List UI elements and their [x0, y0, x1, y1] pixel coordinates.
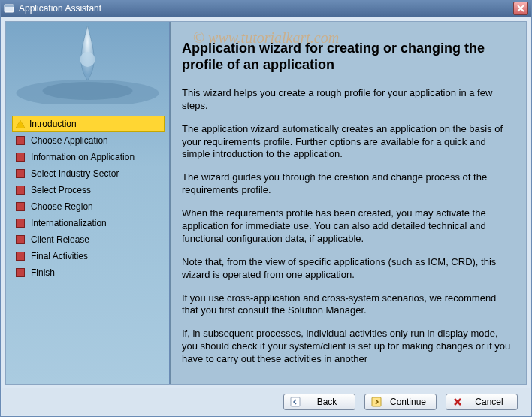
- body-paragraph: When the requirements profile has been c…: [182, 207, 511, 246]
- body-paragraph: If, in subsequent processes, individual …: [182, 328, 511, 366]
- wizard-step-label: Finish: [31, 267, 55, 278]
- body-paragraph: The wizard guides you through the creati…: [182, 171, 511, 197]
- cancel-icon: [452, 397, 463, 407]
- page-body: This wizard helps you create a rough pro…: [182, 87, 511, 366]
- svg-rect-8: [372, 397, 381, 406]
- step-marker-icon: [16, 186, 25, 195]
- page-heading: Application wizard for creating or chang…: [182, 40, 511, 74]
- application-assistant-window: Application Assistant © www.tutorialkart…: [0, 0, 532, 417]
- continue-icon: [371, 397, 382, 407]
- step-marker-icon: [16, 235, 25, 244]
- titlebar: Application Assistant: [1, 1, 531, 17]
- back-button[interactable]: Back: [283, 394, 355, 410]
- wizard-step-label: Choose Region: [31, 201, 93, 212]
- wizard-step-label: Choose Application: [31, 135, 108, 146]
- button-bar: Back Continue Cancel: [2, 388, 530, 415]
- wizard-steps-nav: IntroductionChoose ApplicationInformatio…: [12, 116, 165, 281]
- wizard-step-item[interactable]: Introduction: [12, 116, 165, 132]
- wizard-step-item[interactable]: Client Release: [12, 231, 165, 248]
- body-paragraph: Note that, from the view of specific app…: [182, 256, 511, 282]
- svg-point-6: [80, 52, 95, 67]
- step-marker-icon: [16, 268, 25, 277]
- wizard-step-item[interactable]: Select Industry Sector: [12, 165, 165, 182]
- continue-button[interactable]: Continue: [364, 394, 437, 410]
- body-paragraph: This wizard helps you create a rough pro…: [182, 87, 511, 113]
- window-title: Application Assistant: [19, 3, 513, 14]
- wizard-step-item[interactable]: Internationalization: [12, 215, 165, 231]
- step-marker-icon: [16, 153, 25, 162]
- wizard-content[interactable]: Application wizard for creating or chang…: [170, 22, 526, 384]
- cancel-label: Cancel: [467, 397, 511, 407]
- wizard-step-label: Client Release: [31, 234, 89, 245]
- wizard-step-label: Select Process: [31, 185, 91, 195]
- back-icon: [290, 397, 301, 407]
- wizard-step-item[interactable]: Choose Application: [12, 132, 165, 149]
- step-marker-icon: [16, 169, 25, 178]
- wizard-step-label: Select Industry Sector: [31, 168, 119, 179]
- wizard-step-item[interactable]: Select Process: [12, 182, 165, 198]
- wizard-step-item[interactable]: Choose Region: [12, 198, 165, 215]
- wizard-step-label: Information on Application: [31, 152, 135, 162]
- window-close-button[interactable]: [513, 2, 528, 15]
- svg-point-4: [17, 80, 159, 104]
- wizard-sidebar: IntroductionChoose ApplicationInformatio…: [6, 22, 170, 384]
- step-marker-icon: [16, 202, 25, 211]
- wizard-step-label: Introduction: [29, 119, 77, 129]
- svg-point-5: [43, 82, 133, 100]
- svg-rect-7: [291, 397, 300, 406]
- svg-rect-1: [5, 5, 14, 7]
- step-marker-icon: [16, 219, 25, 228]
- body-paragraph: If you use cross-application and cross-s…: [182, 292, 511, 318]
- wizard-step-label: Final Activities: [31, 251, 88, 261]
- back-label: Back: [305, 397, 349, 407]
- step-marker-icon: [16, 136, 25, 145]
- wizard-step-item[interactable]: Information on Application: [12, 149, 165, 165]
- cancel-button[interactable]: Cancel: [446, 394, 518, 410]
- wizard-step-label: Internationalization: [31, 218, 107, 228]
- body-paragraph: The application wizard automatically cre…: [182, 123, 511, 162]
- wizard-step-item[interactable]: Final Activities: [12, 248, 165, 264]
- step-marker-icon: [16, 252, 25, 261]
- water-droplet-graphic: [6, 22, 169, 104]
- content-pane: © www.tutorialkart.com: [5, 21, 527, 385]
- client-area: © www.tutorialkart.com: [1, 17, 531, 416]
- wizard-step-item[interactable]: Finish: [12, 264, 165, 281]
- warning-icon: [16, 120, 25, 128]
- window-icon: [4, 3, 14, 14]
- continue-label: Continue: [386, 397, 430, 407]
